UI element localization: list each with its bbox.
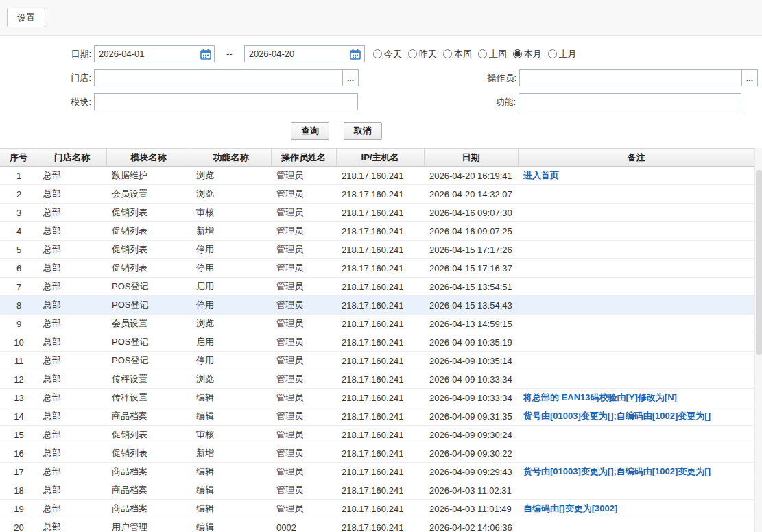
table-cell xyxy=(518,426,754,444)
table-cell: 2026-04-15 17:16:37 xyxy=(424,259,518,278)
quick-range-option-5[interactable]: 上月 xyxy=(548,48,577,60)
table-row[interactable]: 11总部POS登记停用管理员218.17.160.2412026-04-09 1… xyxy=(0,352,754,370)
store-field: ... xyxy=(94,69,359,86)
table-cell: 停用 xyxy=(191,241,271,259)
settings-button[interactable]: 设置 xyxy=(7,8,45,27)
table-row[interactable]: 4总部促销列表新增管理员218.17.160.2412026-04-16 09:… xyxy=(0,222,754,241)
table-row[interactable]: 17总部商品档案编辑管理员218.17.160.2412026-04-09 09… xyxy=(0,463,754,481)
quick-range-label: 昨天 xyxy=(419,48,437,60)
table-cell xyxy=(518,222,754,241)
table-row[interactable]: 9总部会员设置浏览管理员218.17.160.2412026-04-13 14:… xyxy=(0,315,754,333)
date-to-field xyxy=(244,45,365,62)
column-header[interactable]: 序号 xyxy=(0,149,38,167)
column-header[interactable]: 门店名称 xyxy=(38,149,106,167)
table-cell xyxy=(518,296,754,315)
module-input[interactable] xyxy=(94,93,358,110)
column-header[interactable]: 功能名称 xyxy=(191,149,271,167)
calendar-icon[interactable] xyxy=(197,46,214,62)
column-header[interactable]: 日期 xyxy=(424,149,518,167)
table-row[interactable]: 14总部商品档案编辑管理员218.17.160.2412026-04-09 09… xyxy=(0,407,754,426)
table-cell: 218.17.160.241 xyxy=(336,222,424,241)
quick-range-option-1[interactable]: 昨天 xyxy=(408,48,437,60)
quick-range-option-3[interactable]: 上周 xyxy=(478,48,507,60)
table-cell: 启用 xyxy=(191,333,271,352)
store-input[interactable] xyxy=(94,69,343,86)
log-table-area: 序号门店名称模块名称功能名称操作员姓名IP/主机名日期备注 1总部数据维护浏览管… xyxy=(0,148,762,532)
remark-text: 进入首页 xyxy=(518,167,754,185)
column-header[interactable]: IP/主机名 xyxy=(336,149,424,167)
table-cell: 停用 xyxy=(191,352,271,370)
remark-text: 将总部的 EAN13码校验由[Y]修改为[N] xyxy=(518,389,754,407)
table-row[interactable]: 5总部促销列表停用管理员218.17.160.2412026-04-15 17:… xyxy=(0,241,754,259)
table-cell: 218.17.160.241 xyxy=(336,370,424,389)
quick-range-radio-0[interactable] xyxy=(373,49,382,58)
table-row[interactable]: 3总部促销列表审核管理员218.17.160.2412026-04-16 09:… xyxy=(0,204,754,222)
quick-range-radio-4[interactable] xyxy=(513,49,522,58)
table-row[interactable]: 7总部POS登记启用管理员218.17.160.2412026-04-15 13… xyxy=(0,278,754,296)
table-cell: 2026-04-09 10:33:34 xyxy=(424,370,518,389)
table-cell: 商品档案 xyxy=(106,463,191,481)
quick-range-option-0[interactable]: 今天 xyxy=(373,48,402,60)
quick-range-radio-3[interactable] xyxy=(478,49,487,58)
table-cell: 管理员 xyxy=(271,352,336,370)
table-cell: 12 xyxy=(0,370,38,389)
table-row[interactable]: 6总部促销列表停用管理员218.17.160.2412026-04-15 17:… xyxy=(0,259,754,278)
table-cell: 218.17.160.241 xyxy=(336,241,424,259)
calendar-icon[interactable] xyxy=(347,46,364,62)
table-row[interactable]: 20总部用户管理编辑0002218.17.160.2412026-04-02 1… xyxy=(0,518,754,532)
table-row[interactable]: 18总部商品档案编辑管理员218.17.160.2412026-04-03 11… xyxy=(0,481,754,500)
table-row[interactable]: 12总部传秤设置浏览管理员218.17.160.2412026-04-09 10… xyxy=(0,370,754,389)
table-cell xyxy=(518,259,754,278)
table-row[interactable]: 2总部会员设置浏览管理员218.17.160.2412026-04-20 14:… xyxy=(0,185,754,204)
table-row[interactable]: 13总部传秤设置编辑管理员218.17.160.2412026-04-09 10… xyxy=(0,389,754,407)
vertical-scrollbar[interactable] xyxy=(754,148,762,532)
quick-range-option-4[interactable]: 本月 xyxy=(513,48,542,60)
operator-input[interactable] xyxy=(519,69,742,86)
quick-range-radio-1[interactable] xyxy=(408,49,417,58)
table-cell: 总部 xyxy=(38,185,106,204)
module-label: 模块: xyxy=(0,96,94,108)
scrollbar-thumb[interactable] xyxy=(756,170,762,355)
table-cell: 总部 xyxy=(38,426,106,444)
table-cell: POS登记 xyxy=(106,333,191,352)
table-cell: 218.17.160.241 xyxy=(336,185,424,204)
table-cell: 促销列表 xyxy=(106,426,191,444)
store-lookup-button[interactable]: ... xyxy=(342,69,359,86)
table-cell: 15 xyxy=(0,426,38,444)
table-cell: 218.17.160.241 xyxy=(336,426,424,444)
quick-range-radio-5[interactable] xyxy=(548,49,557,58)
table-cell: 传秤设置 xyxy=(106,389,191,407)
store-label: 门店: xyxy=(0,72,94,84)
cancel-button[interactable]: 取消 xyxy=(344,122,382,140)
query-button[interactable]: 查询 xyxy=(291,122,329,140)
remark-text: 货号由[01003]变更为[];自编码由[1002]变更为[] xyxy=(518,407,754,426)
table-cell: 14 xyxy=(0,407,38,426)
operator-lookup-button[interactable]: ... xyxy=(741,69,758,86)
table-cell: 18 xyxy=(0,481,38,500)
quick-range-radio-2[interactable] xyxy=(443,49,452,58)
table-cell xyxy=(518,518,754,532)
table-cell: POS登记 xyxy=(106,352,191,370)
table-cell: 管理员 xyxy=(271,500,336,518)
function-input[interactable] xyxy=(519,93,741,110)
table-row[interactable]: 15总部促销列表审核管理员218.17.160.2412026-04-09 09… xyxy=(0,426,754,444)
table-cell: 2026-04-09 10:35:14 xyxy=(424,352,518,370)
table-cell: 总部 xyxy=(38,481,106,500)
quick-range-option-2[interactable]: 本周 xyxy=(443,48,472,60)
column-header[interactable]: 操作员姓名 xyxy=(271,149,336,167)
table-cell: 浏览 xyxy=(191,167,271,185)
date-filter-row: 日期: -- xyxy=(0,45,762,62)
table-cell: 218.17.160.241 xyxy=(336,463,424,481)
table-cell: 总部 xyxy=(38,352,106,370)
table-row[interactable]: 1总部数据维护浏览管理员218.17.160.2412026-04-20 16:… xyxy=(0,167,754,185)
table-cell: 2026-04-09 10:35:19 xyxy=(424,333,518,352)
table-row[interactable]: 19总部商品档案编辑管理员218.17.160.2412026-04-03 11… xyxy=(0,500,754,518)
table-row[interactable]: 8总部POS登记停用管理员218.17.160.2412026-04-15 13… xyxy=(0,296,754,315)
column-header[interactable]: 模块名称 xyxy=(106,149,191,167)
table-row[interactable]: 16总部促销列表新增管理员218.17.160.2412026-04-09 09… xyxy=(0,444,754,463)
table-cell: 2026-04-20 14:32:07 xyxy=(424,185,518,204)
table-cell: 商品档案 xyxy=(106,407,191,426)
table-cell: 管理员 xyxy=(271,389,336,407)
column-header[interactable]: 备注 xyxy=(518,149,754,167)
table-row[interactable]: 10总部POS登记启用管理员218.17.160.2412026-04-09 1… xyxy=(0,333,754,352)
